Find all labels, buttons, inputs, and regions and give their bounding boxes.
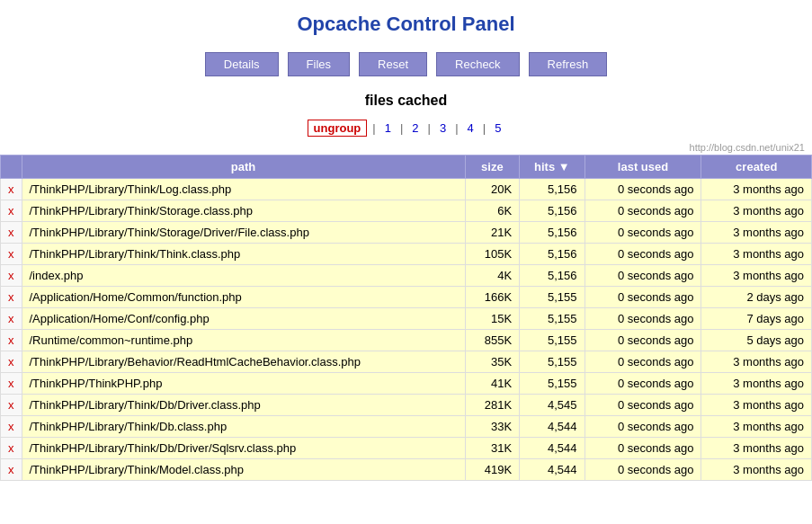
cell-created: 3 months ago <box>701 179 812 200</box>
cell-hits: 4,544 <box>520 459 584 481</box>
details-button[interactable]: Details <box>205 52 279 76</box>
page-title: Opcache Control Panel <box>0 0 812 45</box>
cell-path: /ThinkPHP/Library/Behavior/ReadHtmlCache… <box>22 351 465 373</box>
cell-path: /Application/Home/Common/function.php <box>22 287 465 308</box>
cell-last-used: 0 seconds ago <box>584 351 701 373</box>
cell-path: /ThinkPHP/Library/Think/Db/Driver.class.… <box>22 395 465 416</box>
header-last-used: last used <box>584 155 701 179</box>
cell-created: 3 months ago <box>701 244 812 265</box>
table-row: x/index.php4K5,1560 seconds ago3 months … <box>1 265 812 287</box>
delete-button[interactable]: x <box>1 351 22 373</box>
section-title: files cached <box>0 84 812 114</box>
cell-size: 419K <box>465 459 520 481</box>
cell-size: 21K <box>465 222 520 244</box>
reset-button[interactable]: Reset <box>359 52 427 76</box>
cell-last-used: 0 seconds ago <box>584 459 701 481</box>
table-row: x/ThinkPHP/ThinkPHP.php41K5,1550 seconds… <box>1 373 812 395</box>
cell-hits: 5,156 <box>520 200 584 222</box>
delete-button[interactable]: x <box>1 179 22 200</box>
delete-button[interactable]: x <box>1 200 22 222</box>
delete-button[interactable]: x <box>1 287 22 308</box>
header-hits[interactable]: hits ▼ <box>520 155 584 179</box>
pagination-2[interactable]: 2 <box>408 120 422 136</box>
cell-path: /Application/Home/Conf/config.php <box>22 308 465 330</box>
cell-last-used: 0 seconds ago <box>584 330 701 351</box>
cell-last-used: 0 seconds ago <box>584 200 701 222</box>
nav-buttons: Details Files Reset Recheck Refresh <box>0 45 812 84</box>
cell-size: 20K <box>465 179 520 200</box>
cell-size: 35K <box>465 351 520 373</box>
cell-last-used: 0 seconds ago <box>584 373 701 395</box>
delete-button[interactable]: x <box>1 395 22 416</box>
cell-hits: 4,545 <box>520 395 584 416</box>
cell-size: 105K <box>465 244 520 265</box>
cell-path: /Runtime/common~runtime.php <box>22 330 465 351</box>
cell-hits: 4,544 <box>520 416 584 438</box>
cell-size: 15K <box>465 308 520 330</box>
table-row: x/ThinkPHP/Library/Think/Storage/Driver/… <box>1 222 812 244</box>
table-row: x/ThinkPHP/Library/Think/Db/Driver/Sqlsr… <box>1 438 812 459</box>
cell-created: 3 months ago <box>701 416 812 438</box>
cell-created: 3 months ago <box>701 459 812 481</box>
pagination-ungroup[interactable]: ungroup <box>308 120 368 137</box>
cell-last-used: 0 seconds ago <box>584 416 701 438</box>
cell-hits: 5,156 <box>520 244 584 265</box>
cell-created: 7 days ago <box>701 308 812 330</box>
cell-size: 41K <box>465 373 520 395</box>
pagination-1[interactable]: 1 <box>381 120 395 136</box>
cell-path: /ThinkPHP/Library/Think/Db/Driver/Sqlsrv… <box>22 438 465 459</box>
refresh-button[interactable]: Refresh <box>529 52 608 76</box>
cell-path: /ThinkPHP/Library/Think/Db.class.php <box>22 416 465 438</box>
cell-hits: 5,155 <box>520 308 584 330</box>
cell-size: 31K <box>465 438 520 459</box>
cell-path: /index.php <box>22 265 465 287</box>
cell-last-used: 0 seconds ago <box>584 244 701 265</box>
table-header-row: path size hits ▼ last used created <box>1 155 812 179</box>
delete-button[interactable]: x <box>1 265 22 287</box>
cell-hits: 5,155 <box>520 330 584 351</box>
cell-hits: 5,155 <box>520 287 584 308</box>
recheck-button[interactable]: Recheck <box>436 52 520 76</box>
delete-button[interactable]: x <box>1 330 22 351</box>
table-row: x/ThinkPHP/Library/Think/Db.class.php33K… <box>1 416 812 438</box>
delete-button[interactable]: x <box>1 222 22 244</box>
cell-size: 4K <box>465 265 520 287</box>
pagination-3[interactable]: 3 <box>436 120 450 136</box>
table-row: x/Application/Home/Common/function.php16… <box>1 287 812 308</box>
table-row: x/ThinkPHP/Library/Think/Log.class.php20… <box>1 179 812 200</box>
cell-size: 855K <box>465 330 520 351</box>
cell-created: 2 days ago <box>701 287 812 308</box>
files-table: path size hits ▼ last used created x/Thi… <box>0 155 812 481</box>
cell-path: /ThinkPHP/Library/Think/Think.class.php <box>22 244 465 265</box>
pagination-4[interactable]: 4 <box>464 120 477 136</box>
watermark: http://blog.csdn.net/unix21 <box>0 142 812 155</box>
delete-button[interactable]: x <box>1 416 22 438</box>
header-created: created <box>701 155 812 179</box>
cell-created: 3 months ago <box>701 395 812 416</box>
cell-size: 6K <box>465 200 520 222</box>
header-path: path <box>22 155 465 179</box>
files-button[interactable]: Files <box>288 52 350 76</box>
cell-last-used: 0 seconds ago <box>584 287 701 308</box>
cell-hits: 4,544 <box>520 438 584 459</box>
cell-hits: 5,156 <box>520 265 584 287</box>
table-row: x/ThinkPHP/Library/Think/Db/Driver.class… <box>1 395 812 416</box>
cell-created: 3 months ago <box>701 351 812 373</box>
delete-button[interactable]: x <box>1 308 22 330</box>
header-x <box>1 155 22 179</box>
cell-path: /ThinkPHP/Library/Think/Storage/Driver/F… <box>22 222 465 244</box>
delete-button[interactable]: x <box>1 438 22 459</box>
table-row: x/ThinkPHP/Library/Think/Model.class.php… <box>1 459 812 481</box>
pagination-5[interactable]: 5 <box>491 120 504 136</box>
cell-path: /ThinkPHP/Library/Think/Log.class.php <box>22 179 465 200</box>
table-row: x/Runtime/common~runtime.php855K5,1550 s… <box>1 330 812 351</box>
cell-created: 3 months ago <box>701 373 812 395</box>
cell-created: 5 days ago <box>701 330 812 351</box>
delete-button[interactable]: x <box>1 244 22 265</box>
pagination: ungroup | 1 | 2 | 3 | 4 | 5 <box>0 114 812 142</box>
delete-button[interactable]: x <box>1 459 22 481</box>
cell-hits: 5,155 <box>520 351 584 373</box>
delete-button[interactable]: x <box>1 373 22 395</box>
cell-size: 281K <box>465 395 520 416</box>
cell-last-used: 0 seconds ago <box>584 222 701 244</box>
